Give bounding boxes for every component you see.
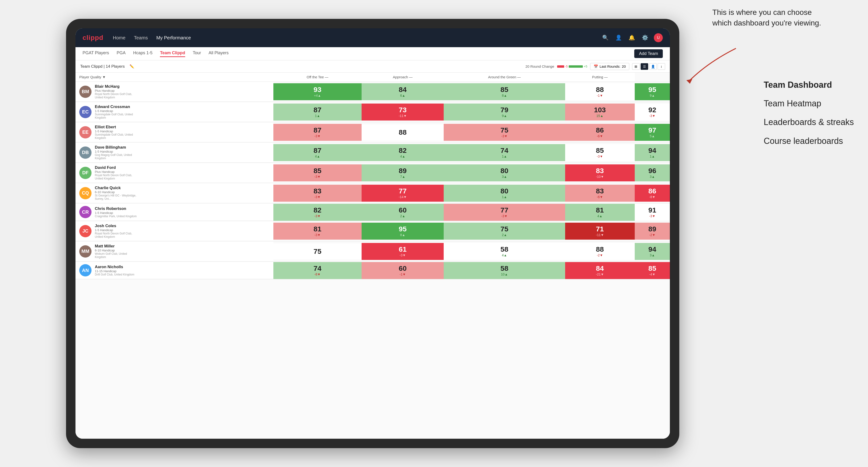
- stat-quality: 75: [273, 241, 362, 261]
- avatar: MM: [79, 245, 92, 257]
- player-cell[interactable]: CQCharlie Quick6-10 HandicapSt George's …: [75, 183, 273, 203]
- stat-value: 93: [313, 86, 321, 93]
- player-handicap: Plus Handicap: [95, 89, 137, 92]
- stat-approach: 801▲: [444, 183, 565, 203]
- stat-value: 79: [500, 106, 508, 114]
- stat-change: +4▲: [314, 94, 321, 97]
- nav-home[interactable]: Home: [113, 35, 125, 40]
- nav-teams[interactable]: Teams: [134, 35, 148, 40]
- player-handicap: 11-15 Handicap: [95, 269, 134, 273]
- stat-quality: 74-8▼: [273, 261, 362, 279]
- avatar: EE: [79, 126, 92, 138]
- table-view-button[interactable]: ☰: [641, 63, 648, 70]
- subnav-pgat[interactable]: PGAT Players: [83, 51, 109, 57]
- stat-change: 3▲: [650, 175, 655, 179]
- stat-change: -3▼: [314, 195, 320, 199]
- sort-view-button[interactable]: ↕: [658, 63, 665, 70]
- table-header-row: Player Quality ▼ Off the Tee — Approach …: [75, 73, 670, 82]
- stat-value: 84: [399, 86, 407, 93]
- bar-red: [557, 65, 564, 68]
- player-cell[interactable]: EEElliot Ebert1-5 HandicapSunningdale Go…: [75, 122, 273, 142]
- stat-putting: 963▲: [635, 163, 670, 183]
- sidebar-course-leaderboards[interactable]: Course leaderboards: [764, 132, 854, 150]
- stat-change: -3▼: [314, 214, 320, 218]
- subnav-tour[interactable]: Tour: [193, 51, 201, 57]
- stat-change: 1▲: [650, 154, 655, 158]
- last-rounds-button[interactable]: 📅 Last Rounds: 20: [590, 63, 629, 70]
- avatar[interactable]: U: [654, 33, 663, 42]
- player-handicap: Plus Handicap: [95, 170, 137, 174]
- player-cell[interactable]: MMMatt Miller6-10 HandicapWoburn Golf Cl…: [75, 242, 273, 261]
- round-change-bar: -5 +5: [557, 65, 587, 68]
- stat-off_tee: 61-3▼: [362, 241, 444, 261]
- stat-change: 8▲: [400, 233, 405, 237]
- stat-value: 85: [596, 147, 604, 154]
- stat-putting: 943▲: [635, 241, 670, 261]
- player-cell[interactable]: DBDave Billingham1-5 HandicapGog Magog G…: [75, 143, 273, 162]
- table-row: CQCharlie Quick6-10 HandicapSt George's …: [75, 183, 670, 203]
- sidebar-team-dashboard[interactable]: Team Dashboard: [764, 75, 854, 94]
- stat-change: 15▲: [596, 114, 603, 118]
- stat-putting: 91-3▼: [635, 203, 670, 221]
- player-cell[interactable]: CRChris Robertson1-5 HandicapCraigmillar…: [75, 204, 273, 221]
- stat-approach: 752▲: [444, 221, 565, 241]
- player-cell[interactable]: ECEdward Crossman1-5 HandicapSunningdale…: [75, 102, 273, 122]
- stat-value: 82: [399, 147, 407, 154]
- grid-view-button[interactable]: ⊞: [632, 63, 640, 70]
- avatar: CR: [79, 206, 92, 218]
- player-handicap: 6-10 Handicap: [95, 249, 137, 252]
- subnav-team-clippd[interactable]: Team Clippd: [160, 51, 185, 57]
- stat-change: -2▼: [649, 233, 655, 237]
- ipad-device: clippd Home Teams My Performance 🔍 👤 🔔 ⚙…: [66, 19, 679, 448]
- stat-change: 10▲: [501, 272, 508, 276]
- subnav-hcaps[interactable]: Hcaps 1-5: [133, 51, 152, 57]
- nav-my-performance[interactable]: My Performance: [156, 35, 191, 40]
- sidebar-team-heatmap[interactable]: Team Heatmap: [764, 94, 854, 113]
- player-cell[interactable]: BMBlair McHargPlus HandicapRoyal North D…: [75, 82, 273, 102]
- stat-off_tee: 958▲: [362, 221, 444, 241]
- player-club: Royal North Devon Golf Club, United King…: [95, 92, 137, 99]
- add-team-button[interactable]: Add Team: [634, 49, 663, 58]
- player-cell[interactable]: JCJosh Coles1-5 HandicapRoyal North Devo…: [75, 221, 273, 241]
- player-name: Elliot Ebert: [95, 125, 137, 129]
- player-club: Royal North Devon Golf Club, United King…: [95, 174, 137, 180]
- player-cell[interactable]: ANAaron Nicholls11-15 HandicapDrift Golf…: [75, 262, 273, 279]
- stat-value: 84: [596, 265, 604, 272]
- stat-off_tee: 846▲: [362, 82, 444, 102]
- person-view-button[interactable]: 👤: [649, 63, 657, 70]
- stat-approach: 803▲: [444, 163, 565, 183]
- player-name: Chris Robertson: [95, 206, 136, 211]
- subnav-pga[interactable]: PGA: [117, 51, 125, 57]
- settings-icon[interactable]: ⚙️: [641, 33, 649, 42]
- user-icon[interactable]: 👤: [614, 33, 623, 42]
- col-player-quality: Player Quality ▼: [75, 73, 273, 82]
- player-club: Sunningdale Golf Club, United Kingdom: [95, 133, 137, 139]
- stat-change: -3▼: [400, 253, 406, 257]
- annotation-content: This is where you can choose which dashb…: [712, 8, 821, 27]
- stat-change: 4▲: [400, 154, 405, 158]
- avatar: DB: [79, 147, 92, 159]
- last-rounds-value: 20: [622, 64, 626, 68]
- navbar-icons: 🔍 👤 🔔 ⚙️ U: [601, 33, 663, 42]
- sidebar-labels: Team Dashboard Team Heatmap Leaderboards…: [764, 75, 854, 150]
- player-club: Drift Golf Club, United Kingdom: [95, 273, 134, 276]
- search-icon[interactable]: 🔍: [601, 33, 610, 42]
- stat-approach: 5810▲: [444, 261, 565, 279]
- subnav-all-players[interactable]: All Players: [209, 51, 228, 57]
- stat-quality: 87-3▼: [273, 122, 362, 143]
- edit-icon[interactable]: ✏️: [129, 64, 134, 69]
- stat-change: 2▲: [400, 214, 405, 218]
- player-club: Woburn Golf Club, United Kingdom: [95, 252, 137, 259]
- table-row: DBDave Billingham1-5 HandicapGog Magog G…: [75, 143, 670, 163]
- stat-approach: 799▲: [444, 102, 565, 122]
- stat-change: 4▲: [502, 253, 507, 257]
- bell-icon[interactable]: 🔔: [627, 33, 636, 42]
- sidebar-leaderboards[interactable]: Leaderboards & streaks: [764, 113, 854, 131]
- app-logo[interactable]: clippd: [83, 34, 103, 41]
- player-cell[interactable]: DFDavid FordPlus HandicapRoyal North Dev…: [75, 163, 273, 183]
- player-handicap: 6-10 Handicap: [95, 190, 137, 194]
- stat-change: 1▲: [502, 154, 507, 158]
- col-putting: Putting —: [565, 73, 635, 82]
- player-name: Blair McHarg: [95, 84, 137, 89]
- stat-change: -3▼: [314, 233, 320, 237]
